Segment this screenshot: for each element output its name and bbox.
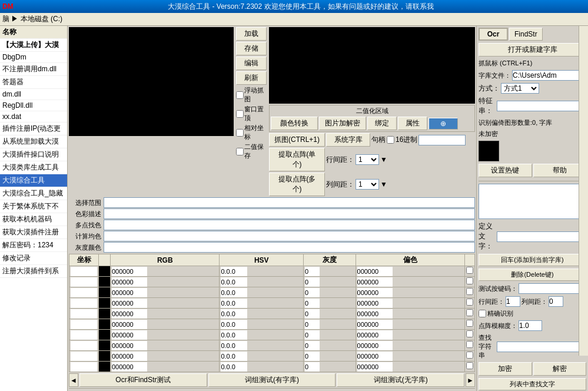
- property-button[interactable]: 属性: [398, 117, 427, 130]
- hex16-input[interactable]: [418, 135, 466, 145]
- capture-ctrl1-button[interactable]: 抓图(CTRL+1): [269, 133, 325, 147]
- sidebar-item[interactable]: 修改记录: [0, 252, 67, 265]
- sidebar-item[interactable]: 不注册调用dm.dll: [0, 63, 67, 76]
- capture-multi-button[interactable]: 提取点阵(多个): [269, 173, 325, 196]
- delete-button[interactable]: 删除(Delete键): [479, 269, 586, 281]
- feature-input[interactable]: [497, 101, 586, 111]
- hsv-cell[interactable]: [221, 267, 247, 276]
- bias-cell[interactable]: [357, 288, 393, 297]
- coord-cell[interactable]: [71, 267, 97, 276]
- load-button[interactable]: 加载: [236, 27, 267, 41]
- gray-cell[interactable]: [305, 352, 320, 361]
- coord-cell[interactable]: [71, 277, 97, 287]
- bias-cell[interactable]: [357, 299, 393, 308]
- binary-save-checkbox[interactable]: [236, 148, 244, 155]
- ocr-findstr-test-button[interactable]: Ocr和FindStr测试: [79, 373, 207, 387]
- row-checkbox[interactable]: [466, 330, 473, 337]
- word-test-lib-button[interactable]: 词组测试(有字库): [208, 373, 336, 387]
- scrollbar-left[interactable]: ◄: [69, 373, 78, 387]
- sidebar-item[interactable]: 大漠综合工具_隐藏: [0, 187, 67, 200]
- select-range-input[interactable]: [104, 197, 475, 208]
- gray-color-input[interactable]: [104, 242, 475, 253]
- coord-cell[interactable]: [71, 362, 97, 372]
- sidebar-item[interactable]: DbgDm: [0, 52, 67, 63]
- encrypt-button[interactable]: 加密: [479, 362, 532, 376]
- findstr-button[interactable]: FindStr: [509, 28, 543, 41]
- sidebar-item[interactable]: 从系统里卸载大漠: [0, 135, 67, 148]
- rgb-cell[interactable]: [112, 341, 147, 350]
- system-lib-button[interactable]: 系统字库: [326, 133, 370, 147]
- coord-cell[interactable]: [71, 352, 97, 361]
- sidebar-item[interactable]: 解压密码：1234: [0, 239, 67, 252]
- bias-cell[interactable]: [357, 277, 393, 287]
- row-checkbox[interactable]: [466, 288, 473, 295]
- right-scrollbar[interactable]: [579, 26, 588, 356]
- hsv-cell[interactable]: [221, 277, 247, 287]
- row-spacing-input[interactable]: [506, 296, 520, 307]
- hsv-cell[interactable]: [221, 330, 247, 340]
- gray-cell[interactable]: [305, 341, 320, 350]
- stroke-checkbox[interactable]: [387, 136, 394, 144]
- icon-button[interactable]: ⊕: [428, 118, 458, 130]
- bias-cell[interactable]: [357, 362, 393, 372]
- row-checkbox[interactable]: [466, 352, 473, 359]
- precise-recognize-checkbox[interactable]: [479, 310, 486, 317]
- method-select[interactable]: 方式1方式2: [501, 83, 539, 94]
- gray-cell[interactable]: [305, 330, 320, 340]
- hsv-cell[interactable]: [221, 309, 247, 319]
- hsv-cell[interactable]: [221, 352, 247, 361]
- multi-dot-input[interactable]: [104, 220, 475, 230]
- gray-cell[interactable]: [305, 288, 320, 297]
- set-hotkey-button[interactable]: 设置热键: [479, 164, 532, 177]
- find-in-table-button[interactable]: 列表中查找文字: [479, 378, 586, 390]
- coord-cell[interactable]: [71, 330, 97, 340]
- coord-cell[interactable]: [71, 320, 97, 329]
- color-convert-button[interactable]: 颜色转换: [271, 117, 318, 130]
- sidebar-item[interactable]: 注册大漠插件到系: [0, 265, 67, 278]
- capture-single-button[interactable]: 提取点阵(单个): [269, 148, 325, 171]
- col-spacing-select[interactable]: 12: [356, 179, 379, 190]
- find-char-input[interactable]: [497, 342, 586, 352]
- sidebar-item[interactable]: 大漠插件操口说明: [0, 148, 67, 161]
- relative-coord-checkbox[interactable]: [236, 129, 244, 137]
- fuzziness-input[interactable]: [519, 320, 542, 331]
- coord-cell[interactable]: [71, 309, 97, 319]
- bias-cell[interactable]: [357, 309, 393, 319]
- row-checkbox[interactable]: [466, 320, 473, 327]
- save-button[interactable]: 存储: [236, 42, 267, 55]
- word-test-nolib-button[interactable]: 词组测试(无字库): [337, 373, 464, 387]
- sidebar-item[interactable]: 【大漠上传】大漠: [0, 39, 67, 52]
- decrypt-button[interactable]: 解密: [533, 362, 587, 376]
- row-checkbox[interactable]: [466, 362, 473, 369]
- char-list[interactable]: [479, 184, 586, 219]
- bind-button[interactable]: 绑定: [367, 117, 397, 130]
- refresh-button[interactable]: 刷新: [236, 71, 267, 85]
- rgb-cell[interactable]: [112, 320, 147, 329]
- hsv-cell[interactable]: [221, 341, 247, 350]
- rgb-cell[interactable]: [112, 299, 147, 308]
- font-file-input[interactable]: [512, 70, 588, 81]
- sidebar-item[interactable]: RegDll.dll: [0, 100, 67, 111]
- row-checkbox[interactable]: [466, 267, 473, 274]
- hsv-cell[interactable]: [221, 299, 247, 308]
- gray-cell[interactable]: [305, 299, 320, 308]
- gray-cell[interactable]: [305, 267, 320, 276]
- bias-cell[interactable]: [357, 341, 393, 350]
- color-desc-input[interactable]: [104, 208, 475, 219]
- open-new-lib-button[interactable]: 打开或新建字库: [479, 43, 586, 57]
- coord-cell[interactable]: [71, 288, 97, 297]
- sidebar-item[interactable]: 插件注册IP(动态更: [0, 122, 67, 135]
- rgb-cell[interactable]: [112, 267, 147, 276]
- gray-cell[interactable]: [305, 362, 320, 372]
- sidebar-item[interactable]: 获取本机机器码: [0, 213, 67, 226]
- line-spacing-select[interactable]: 12: [356, 154, 379, 165]
- row-checkbox[interactable]: [466, 309, 473, 316]
- sidebar-item[interactable]: 获取大漠插件注册: [0, 226, 67, 239]
- row-checkbox[interactable]: [466, 277, 473, 284]
- decrypt-image-button[interactable]: 图片加解密: [319, 117, 366, 130]
- bias-cell[interactable]: [357, 320, 393, 329]
- rgb-cell[interactable]: [112, 352, 147, 361]
- bias-cell[interactable]: [357, 330, 393, 340]
- rgb-cell[interactable]: [112, 309, 147, 319]
- hsv-cell[interactable]: [221, 362, 247, 372]
